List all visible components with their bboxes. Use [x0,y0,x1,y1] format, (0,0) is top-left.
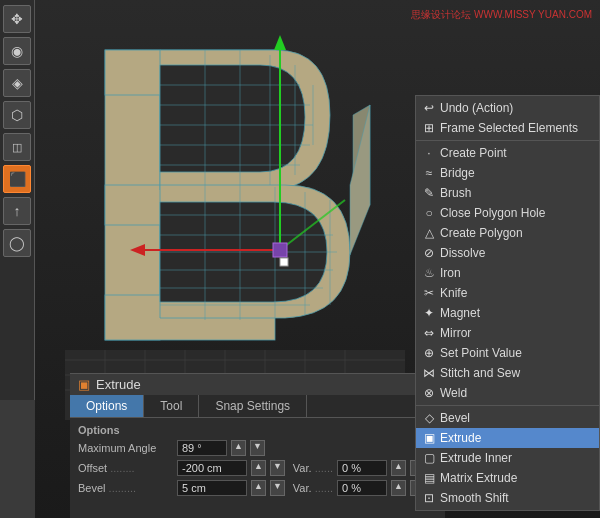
undo-icon: ↩ [422,101,436,115]
menu-frame[interactable]: ⊞ Frame Selected Elements [416,118,599,138]
svg-marker-39 [274,35,286,50]
tab-tool[interactable]: Tool [144,395,199,417]
toolbar-btn-cube[interactable]: ⬛ [3,165,31,193]
menu-knife[interactable]: ✂ Knife [416,283,599,303]
field-row-offset: Offset ........ ▲ ▼ Var. ...... ▲ ▼ [78,460,437,476]
extrude-inner-icon: ▢ [422,451,436,465]
svg-rect-44 [280,258,288,266]
knife-icon: ✂ [422,286,436,300]
bevel-spinner-down[interactable]: ▼ [270,480,285,496]
svg-rect-43 [273,243,287,257]
menu-close-polygon[interactable]: ○ Close Polygon Hole [416,203,599,223]
bevel-input[interactable] [177,480,247,496]
menu-magnet[interactable]: ✦ Magnet [416,303,599,323]
menu-undo[interactable]: ↩ Undo (Action) [416,98,599,118]
iron-icon: ♨ [422,266,436,280]
menu-weld[interactable]: ⊗ Weld [416,383,599,403]
toolbar-btn-move[interactable]: ✥ [3,5,31,33]
menu-mirror[interactable]: ⇔ Mirror [416,323,599,343]
create-point-icon: · [422,146,436,160]
options-section-label: Options [78,424,437,436]
context-menu: ↩ Undo (Action) ⊞ Frame Selected Element… [415,95,600,511]
panel-title-icon: ▣ [78,377,90,392]
toolbar-btn-select[interactable]: ◈ [3,69,31,97]
matrix-extrude-icon: ▤ [422,471,436,485]
menu-smooth-shift[interactable]: ⊡ Smooth Shift [416,488,599,508]
menu-create-point[interactable]: · Create Point [416,143,599,163]
toolbar-btn-item3[interactable]: ⬡ [3,101,31,129]
offset-var-spinner-up[interactable]: ▲ [391,460,406,476]
weld-icon: ⊗ [422,386,436,400]
bevel-var-spinner-up[interactable]: ▲ [391,480,406,496]
panel-header: ▣ Extrude [70,374,445,395]
bevel-spinner-up[interactable]: ▲ [251,480,266,496]
extrude-icon: ▣ [422,431,436,445]
scene-svg [65,20,405,420]
left-toolbar: ✥ ◉ ◈ ⬡ ◫ ⬛ ↑ ◯ [0,0,35,400]
stitch-icon: ⋈ [422,366,436,380]
menu-extrude-inner[interactable]: ▢ Extrude Inner [416,448,599,468]
menu-dissolve[interactable]: ⊘ Dissolve [416,243,599,263]
offset-spinner-up[interactable]: ▲ [251,460,266,476]
max-angle-spinner-up[interactable]: ▲ [231,440,246,456]
toolbar-btn-object[interactable]: ◉ [3,37,31,65]
max-angle-label: Maximum Angle [78,442,173,454]
menu-create-polygon[interactable]: △ Create Polygon [416,223,599,243]
menu-bridge[interactable]: ≈ Bridge [416,163,599,183]
menu-bevel[interactable]: ◇ Bevel [416,408,599,428]
panel-content: Options Maximum Angle ▲ ▼ Offset .......… [70,418,445,506]
panel-title: Extrude [96,377,141,392]
offset-var-input[interactable] [337,460,387,476]
watermark: 思缘设计论坛 WWW.MISSY YUAN.COM [411,8,592,22]
bevel-label: Bevel ......... [78,482,173,494]
menu-stitch[interactable]: ⋈ Stitch and Sew [416,363,599,383]
field-row-max-angle: Maximum Angle ▲ ▼ [78,440,437,456]
brush-icon: ✎ [422,186,436,200]
max-angle-spinner-down[interactable]: ▼ [250,440,265,456]
bridge-icon: ≈ [422,166,436,180]
toolbar-btn-item4[interactable]: ◫ [3,133,31,161]
tab-snap[interactable]: Snap Settings [199,395,307,417]
field-row-bevel: Bevel ......... ▲ ▼ Var. ...... ▲ ▼ [78,480,437,496]
frame-icon: ⊞ [422,121,436,135]
toolbar-btn-item6[interactable]: ◯ [3,229,31,257]
bevel-var-input[interactable] [337,480,387,496]
bottom-panel: ▣ Extrude Options Tool Snap Settings Opt… [70,373,445,518]
toolbar-btn-arrow[interactable]: ↑ [3,197,31,225]
offset-input[interactable] [177,460,247,476]
menu-matrix-extrude[interactable]: ▤ Matrix Extrude [416,468,599,488]
offset-label: Offset ........ [78,462,173,474]
max-angle-input[interactable] [177,440,227,456]
set-point-icon: ⊕ [422,346,436,360]
viewport: 思缘设计论坛 WWW.MISSY YUAN.COM [35,0,600,518]
mirror-icon: ⇔ [422,326,436,340]
close-polygon-icon: ○ [422,206,436,220]
offset-spinner-down[interactable]: ▼ [270,460,285,476]
bevel-var-label: Var. ...... [289,482,333,494]
dissolve-icon: ⊘ [422,246,436,260]
tab-options[interactable]: Options [70,395,144,417]
menu-iron[interactable]: ♨ Iron [416,263,599,283]
create-polygon-icon: △ [422,226,436,240]
menu-brush[interactable]: ✎ Brush [416,183,599,203]
bevel-icon: ◇ [422,411,436,425]
panel-tabs: Options Tool Snap Settings [70,395,445,418]
menu-extrude[interactable]: ▣ Extrude [416,428,599,448]
menu-set-point[interactable]: ⊕ Set Point Value [416,343,599,363]
smooth-shift-icon: ⊡ [422,491,436,505]
magnet-icon: ✦ [422,306,436,320]
offset-var-label: Var. ...... [289,462,333,474]
